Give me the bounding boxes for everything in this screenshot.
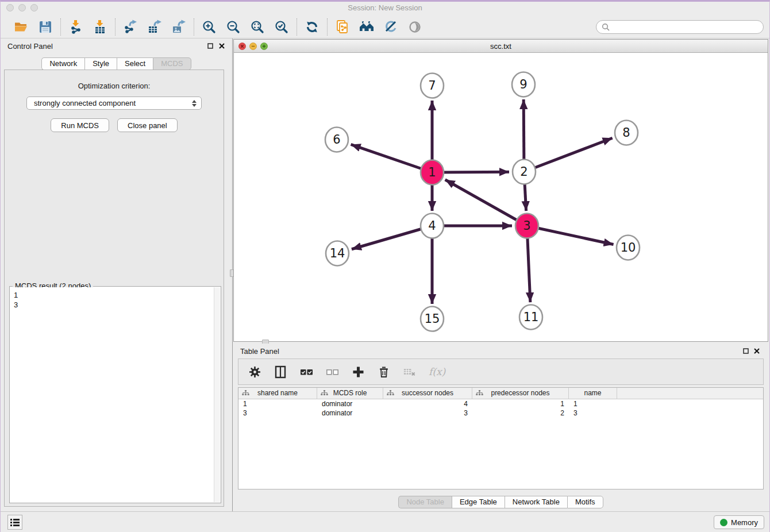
table-body: 1dominator4113dominator323	[238, 399, 763, 418]
maximize-network-icon[interactable]	[260, 43, 268, 50]
column-header-successor-nodes[interactable]: successor nodes	[383, 388, 472, 399]
svg-text:10: 10	[621, 241, 636, 255]
cell-successor-nodes[interactable]: 3	[383, 408, 472, 418]
table-options-gear-icon[interactable]	[248, 365, 261, 379]
column-header-predecessor-nodes[interactable]: predecessor nodes	[472, 388, 569, 399]
export-table-icon[interactable]	[147, 20, 163, 35]
first-neighbors-icon[interactable]	[359, 20, 375, 35]
svg-text:8: 8	[622, 126, 630, 140]
open-session-icon[interactable]	[13, 20, 29, 35]
select-stepper-icon	[192, 100, 197, 107]
close-panel-icon[interactable]	[218, 42, 225, 49]
tab-select[interactable]: Select	[117, 57, 153, 70]
result-scrollbar[interactable]	[214, 287, 220, 502]
graph-node-14[interactable]: 14	[326, 241, 349, 266]
tab-mcds[interactable]: MCDS	[153, 57, 191, 70]
close-table-panel-icon[interactable]	[753, 347, 760, 354]
search-input[interactable]	[613, 23, 758, 31]
search-box[interactable]	[596, 20, 764, 34]
select-all-icon[interactable]	[299, 365, 313, 379]
table-tab-node-table[interactable]: Node Table	[398, 496, 452, 508]
graph-node-10[interactable]: 10	[617, 236, 640, 260]
minimize-window-button[interactable]	[18, 4, 26, 11]
network-title: scc.txt	[490, 42, 511, 51]
tab-network[interactable]: Network	[41, 57, 84, 70]
edge-1-6[interactable]	[351, 144, 432, 172]
memory-button[interactable]: Memory	[714, 515, 764, 529]
cell-successor-nodes[interactable]: 4	[383, 399, 472, 408]
graph-node-2[interactable]: 2	[513, 160, 536, 184]
graph-node-1[interactable]: 1	[421, 160, 444, 185]
zoom-fit-icon[interactable]	[249, 20, 265, 35]
cell-shared-name[interactable]: 3	[238, 408, 317, 418]
level-of-detail-icon[interactable]	[407, 20, 423, 35]
cell-predecessor-nodes[interactable]: 1	[472, 399, 569, 408]
svg-text:3: 3	[523, 219, 530, 233]
zoom-selected-icon[interactable]	[274, 20, 290, 35]
column-header-shared-name[interactable]: shared name	[238, 388, 317, 399]
table-toolbar: f(x)	[238, 358, 764, 385]
column-header-name[interactable]: name	[569, 388, 617, 399]
graph-node-9[interactable]: 9	[512, 72, 535, 97]
graph-node-8[interactable]: 8	[615, 121, 638, 145]
memory-status-icon	[720, 519, 727, 526]
import-table-icon[interactable]	[92, 20, 108, 35]
graph-node-4[interactable]: 4	[421, 214, 444, 238]
column-header-mcds-role[interactable]: MCDS role	[317, 388, 383, 399]
graph-node-7[interactable]: 7	[421, 74, 444, 98]
graph-node-3[interactable]: 3	[515, 214, 538, 238]
table-panel: Table Panel	[233, 344, 768, 511]
graph-node-6[interactable]: 6	[325, 128, 348, 152]
close-window-button[interactable]	[6, 4, 14, 11]
memory-label: Memory	[731, 518, 758, 527]
network-canvas[interactable]: 7968124314101511	[234, 53, 768, 341]
table-row[interactable]: 3dominator323	[238, 408, 763, 418]
edge-3-10[interactable]	[527, 226, 614, 245]
cell-mcds-role[interactable]: dominator	[317, 399, 383, 408]
column-selector-icon[interactable]	[274, 365, 287, 379]
close-panel-button[interactable]: Close panel	[117, 118, 178, 132]
maximize-window-button[interactable]	[30, 4, 38, 11]
cell-name[interactable]: 3	[569, 408, 617, 418]
criterion-value: strongly connected component	[34, 99, 136, 107]
deselect-all-icon[interactable]	[325, 365, 339, 379]
zoom-out-icon[interactable]	[225, 20, 241, 35]
new-network-from-selection-icon[interactable]	[334, 20, 351, 35]
float-panel-icon[interactable]	[206, 42, 214, 49]
svg-text:14: 14	[330, 246, 345, 260]
edge-4-14[interactable]	[352, 226, 432, 249]
cell-shared-name[interactable]: 1	[238, 399, 317, 408]
task-history-button[interactable]	[7, 515, 22, 530]
cell-name[interactable]: 1	[569, 399, 617, 408]
control-panel: Control Panel NetworkStyleSelectMCDS Opt…	[1, 38, 232, 511]
edge-2-8[interactable]	[524, 138, 613, 172]
graphics-details-icon[interactable]	[383, 20, 399, 35]
add-column-icon[interactable]	[351, 365, 365, 379]
export-image-icon[interactable]	[171, 20, 187, 35]
table-row[interactable]: 1dominator411	[238, 399, 763, 408]
criterion-select[interactable]: strongly connected component	[26, 97, 202, 110]
float-table-panel-icon[interactable]	[742, 347, 749, 354]
refresh-layout-icon[interactable]	[304, 20, 320, 35]
edge-3-1[interactable]	[445, 180, 527, 226]
network-window-titlebar: scc.txt	[234, 40, 768, 53]
table-tab-edge-table[interactable]: Edge Table	[452, 496, 505, 508]
table-tab-network-table[interactable]: Network Table	[505, 496, 567, 508]
search-icon	[602, 23, 610, 31]
close-network-icon[interactable]	[238, 43, 246, 50]
minimize-network-icon[interactable]	[249, 43, 257, 50]
run-mcds-button[interactable]: Run MCDS	[51, 118, 109, 132]
status-bar: Memory	[1, 511, 769, 532]
cell-predecessor-nodes[interactable]: 2	[472, 408, 569, 418]
cell-mcds-role[interactable]: dominator	[317, 408, 383, 418]
graph-node-15[interactable]: 15	[421, 307, 444, 331]
import-network-icon[interactable]	[68, 20, 84, 35]
graph-node-11[interactable]: 11	[519, 305, 542, 330]
save-session-icon[interactable]	[37, 20, 53, 35]
delete-column-icon[interactable]	[377, 365, 391, 379]
tab-style[interactable]: Style	[84, 57, 117, 70]
table-panel-tabs: Node TableEdge TableNetwork TableMotifs	[233, 496, 768, 508]
table-tab-motifs[interactable]: Motifs	[567, 496, 603, 508]
export-network-icon[interactable]	[122, 20, 138, 35]
zoom-in-icon[interactable]	[201, 20, 217, 35]
